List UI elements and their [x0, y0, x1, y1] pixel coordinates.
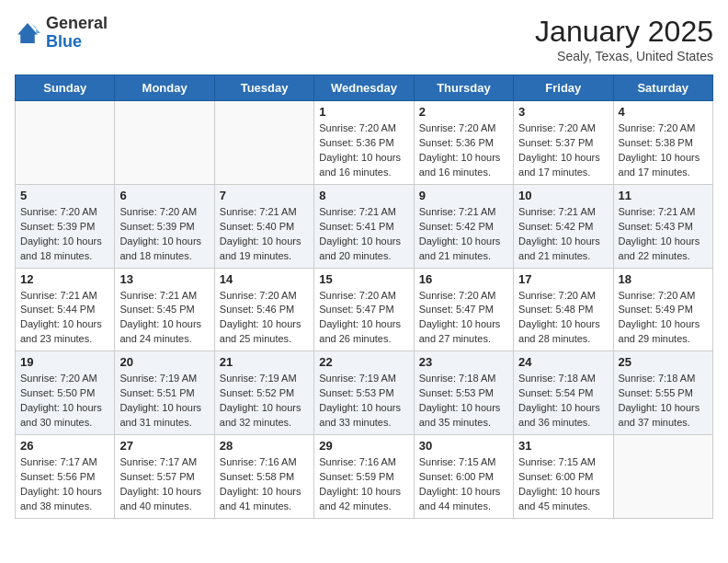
day-number: 7	[220, 189, 309, 202]
day-info: Sunrise: 7:21 AMSunset: 5:43 PMDaylight:…	[619, 205, 708, 264]
day-number: 29	[319, 439, 408, 453]
day-number: 4	[619, 105, 708, 119]
calendar-cell: 20Sunrise: 7:19 AMSunset: 5:51 PMDayligh…	[115, 351, 214, 435]
calendar-cell	[613, 435, 712, 519]
calendar-cell: 11Sunrise: 7:21 AMSunset: 5:43 PMDayligh…	[613, 184, 712, 268]
calendar-cell: 6Sunrise: 7:20 AMSunset: 5:39 PMDaylight…	[115, 184, 214, 268]
day-info: Sunrise: 7:19 AMSunset: 5:53 PMDaylight:…	[319, 372, 408, 431]
day-info: Sunrise: 7:21 AMSunset: 5:41 PMDaylight:…	[319, 205, 408, 264]
calendar-cell: 24Sunrise: 7:18 AMSunset: 5:54 PMDayligh…	[514, 351, 613, 435]
calendar-week-5: 26Sunrise: 7:17 AMSunset: 5:56 PMDayligh…	[16, 435, 713, 519]
day-info: Sunrise: 7:15 AMSunset: 6:00 PMDaylight:…	[419, 455, 508, 514]
calendar-cell: 7Sunrise: 7:21 AMSunset: 5:40 PMDaylight…	[214, 184, 313, 268]
day-info: Sunrise: 7:19 AMSunset: 5:51 PMDaylight:…	[119, 372, 209, 431]
day-info: Sunrise: 7:20 AMSunset: 5:49 PMDaylight:…	[619, 289, 708, 348]
day-info: Sunrise: 7:18 AMSunset: 5:54 PMDaylight:…	[518, 372, 608, 431]
day-number: 15	[319, 272, 408, 286]
calendar-cell: 28Sunrise: 7:16 AMSunset: 5:58 PMDayligh…	[214, 435, 313, 519]
header-sunday: Sunday	[16, 75, 115, 101]
day-number: 11	[619, 189, 708, 202]
calendar-cell: 13Sunrise: 7:21 AMSunset: 5:45 PMDayligh…	[115, 268, 214, 351]
month-title: January 2025	[535, 15, 713, 49]
page-header: General Blue January 2025 Sealy, Texas, …	[15, 15, 713, 63]
calendar-cell: 4Sunrise: 7:20 AMSunset: 5:38 PMDaylight…	[613, 101, 712, 185]
day-number: 9	[419, 189, 508, 202]
header-saturday: Saturday	[613, 75, 712, 101]
day-info: Sunrise: 7:18 AMSunset: 5:55 PMDaylight:…	[619, 372, 708, 431]
title-block: January 2025 Sealy, Texas, United States	[535, 15, 713, 63]
day-number: 18	[619, 272, 708, 286]
calendar-week-4: 19Sunrise: 7:20 AMSunset: 5:50 PMDayligh…	[16, 351, 713, 435]
day-number: 6	[119, 189, 209, 202]
calendar-cell: 18Sunrise: 7:20 AMSunset: 5:49 PMDayligh…	[613, 268, 712, 351]
day-number: 23	[419, 355, 508, 369]
day-info: Sunrise: 7:16 AMSunset: 5:58 PMDaylight:…	[220, 455, 309, 514]
svg-marker-0	[17, 23, 38, 43]
calendar-cell: 5Sunrise: 7:20 AMSunset: 5:39 PMDaylight…	[16, 184, 115, 268]
day-number: 17	[518, 272, 608, 286]
logo-icon	[15, 20, 40, 46]
day-info: Sunrise: 7:17 AMSunset: 5:56 PMDaylight:…	[20, 455, 109, 514]
day-info: Sunrise: 7:20 AMSunset: 5:48 PMDaylight:…	[518, 289, 608, 348]
calendar-cell: 25Sunrise: 7:18 AMSunset: 5:55 PMDayligh…	[613, 351, 712, 435]
header-monday: Monday	[115, 75, 214, 101]
calendar-cell	[115, 101, 214, 185]
day-info: Sunrise: 7:19 AMSunset: 5:52 PMDaylight:…	[220, 372, 309, 431]
calendar-week-2: 5Sunrise: 7:20 AMSunset: 5:39 PMDaylight…	[16, 184, 713, 268]
day-number: 25	[619, 355, 708, 369]
day-number: 31	[518, 439, 608, 453]
day-number: 21	[220, 355, 309, 369]
calendar-cell: 8Sunrise: 7:21 AMSunset: 5:41 PMDaylight…	[314, 184, 414, 268]
calendar-cell: 29Sunrise: 7:16 AMSunset: 5:59 PMDayligh…	[314, 435, 414, 519]
day-number: 20	[119, 355, 209, 369]
day-info: Sunrise: 7:15 AMSunset: 6:00 PMDaylight:…	[518, 455, 608, 514]
calendar-cell: 14Sunrise: 7:20 AMSunset: 5:46 PMDayligh…	[214, 268, 313, 351]
day-info: Sunrise: 7:20 AMSunset: 5:47 PMDaylight:…	[419, 289, 508, 348]
calendar-cell: 22Sunrise: 7:19 AMSunset: 5:53 PMDayligh…	[314, 351, 414, 435]
day-info: Sunrise: 7:20 AMSunset: 5:39 PMDaylight:…	[119, 205, 209, 264]
calendar-cell: 3Sunrise: 7:20 AMSunset: 5:37 PMDaylight…	[514, 101, 613, 185]
day-info: Sunrise: 7:20 AMSunset: 5:47 PMDaylight:…	[319, 289, 408, 348]
day-number: 19	[20, 355, 109, 369]
calendar-cell: 16Sunrise: 7:20 AMSunset: 5:47 PMDayligh…	[414, 268, 513, 351]
calendar-cell: 23Sunrise: 7:18 AMSunset: 5:53 PMDayligh…	[414, 351, 513, 435]
day-number: 12	[20, 272, 109, 286]
day-number: 10	[518, 189, 608, 202]
day-info: Sunrise: 7:20 AMSunset: 5:39 PMDaylight:…	[20, 205, 109, 264]
day-number: 26	[20, 439, 109, 453]
calendar-cell	[16, 101, 115, 185]
calendar-cell: 31Sunrise: 7:15 AMSunset: 6:00 PMDayligh…	[514, 435, 613, 519]
day-info: Sunrise: 7:20 AMSunset: 5:46 PMDaylight:…	[220, 289, 309, 348]
calendar-cell	[214, 101, 313, 185]
calendar-cell: 26Sunrise: 7:17 AMSunset: 5:56 PMDayligh…	[16, 435, 115, 519]
day-number: 28	[220, 439, 309, 453]
calendar-header-row: SundayMondayTuesdayWednesdayThursdayFrid…	[16, 75, 713, 101]
calendar-cell: 17Sunrise: 7:20 AMSunset: 5:48 PMDayligh…	[514, 268, 613, 351]
calendar-cell: 21Sunrise: 7:19 AMSunset: 5:52 PMDayligh…	[214, 351, 313, 435]
location: Sealy, Texas, United States	[535, 49, 713, 63]
day-info: Sunrise: 7:16 AMSunset: 5:59 PMDaylight:…	[319, 455, 408, 514]
calendar-cell: 1Sunrise: 7:20 AMSunset: 5:36 PMDaylight…	[314, 101, 414, 185]
day-number: 3	[518, 105, 608, 119]
day-info: Sunrise: 7:21 AMSunset: 5:44 PMDaylight:…	[20, 289, 109, 348]
day-number: 16	[419, 272, 508, 286]
calendar-cell: 30Sunrise: 7:15 AMSunset: 6:00 PMDayligh…	[414, 435, 513, 519]
day-number: 24	[518, 355, 608, 369]
header-thursday: Thursday	[414, 75, 513, 101]
day-number: 2	[419, 105, 508, 119]
day-number: 8	[319, 189, 408, 202]
day-number: 5	[20, 189, 109, 202]
day-number: 14	[220, 272, 309, 286]
header-tuesday: Tuesday	[214, 75, 313, 101]
calendar-cell: 10Sunrise: 7:21 AMSunset: 5:42 PMDayligh…	[514, 184, 613, 268]
day-number: 22	[319, 355, 408, 369]
day-number: 27	[119, 439, 209, 453]
calendar-cell: 9Sunrise: 7:21 AMSunset: 5:42 PMDaylight…	[414, 184, 513, 268]
calendar-cell: 15Sunrise: 7:20 AMSunset: 5:47 PMDayligh…	[314, 268, 414, 351]
day-info: Sunrise: 7:21 AMSunset: 5:42 PMDaylight:…	[419, 205, 508, 264]
calendar-cell: 19Sunrise: 7:20 AMSunset: 5:50 PMDayligh…	[16, 351, 115, 435]
day-info: Sunrise: 7:21 AMSunset: 5:40 PMDaylight:…	[220, 205, 309, 264]
logo-text: General Blue	[46, 15, 108, 52]
day-number: 1	[319, 105, 408, 119]
day-info: Sunrise: 7:20 AMSunset: 5:38 PMDaylight:…	[619, 121, 708, 180]
